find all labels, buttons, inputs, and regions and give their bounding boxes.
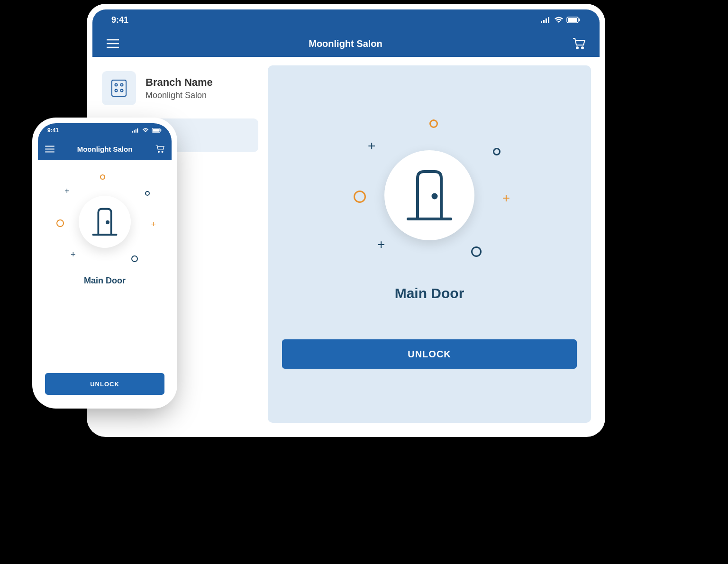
svg-point-14 bbox=[121, 84, 123, 86]
svg-point-29 bbox=[158, 151, 160, 153]
cart-icon bbox=[155, 145, 164, 153]
svg-point-10 bbox=[576, 47, 578, 49]
decoration-ring-icon bbox=[56, 219, 64, 227]
svg-rect-22 bbox=[137, 128, 138, 133]
menu-button[interactable] bbox=[107, 39, 119, 48]
signal-icon bbox=[132, 128, 139, 133]
door-visual: + + + bbox=[349, 119, 510, 271]
svg-rect-20 bbox=[134, 130, 135, 133]
decoration-ring-icon bbox=[429, 119, 438, 128]
cart-icon bbox=[572, 37, 585, 50]
decoration-ring-icon bbox=[100, 174, 105, 180]
main-panel: + + + Main Door UNLOCK bbox=[268, 65, 591, 423]
svg-point-18 bbox=[433, 195, 437, 198]
hamburger-icon bbox=[45, 146, 55, 153]
battery-icon bbox=[566, 17, 581, 23]
svg-rect-5 bbox=[568, 18, 577, 22]
decoration-ring-icon bbox=[471, 246, 482, 257]
status-bar: 9:41 bbox=[92, 9, 600, 30]
unlock-button[interactable]: UNLOCK bbox=[282, 339, 577, 369]
svg-rect-19 bbox=[132, 131, 133, 133]
door-name-label: Main Door bbox=[395, 285, 464, 301]
phone-status-bar: 9:41 bbox=[38, 123, 172, 137]
decoration-plus-icon: + bbox=[71, 250, 76, 260]
svg-rect-24 bbox=[153, 129, 159, 132]
phone-body: + + + Main Door UNLOCK bbox=[38, 160, 172, 402]
branch-value: Moonlight Salon bbox=[146, 91, 213, 100]
svg-rect-2 bbox=[546, 18, 547, 23]
app-title: Moonlight Salon bbox=[309, 38, 382, 49]
branch-info: Branch Name Moonlight Salon bbox=[92, 66, 268, 110]
svg-rect-21 bbox=[136, 129, 136, 133]
branch-icon-box bbox=[102, 71, 136, 105]
door-visual: + + + bbox=[53, 174, 157, 269]
decoration-plus-icon: + bbox=[368, 138, 375, 154]
svg-rect-1 bbox=[543, 20, 545, 23]
phone-header: Moonlight Salon bbox=[38, 137, 172, 160]
signal-icon bbox=[541, 17, 551, 23]
unlock-button[interactable]: UNLOCK bbox=[45, 373, 164, 395]
cart-button[interactable] bbox=[155, 145, 164, 153]
svg-rect-0 bbox=[541, 21, 542, 23]
branch-label: Branch Name bbox=[146, 76, 213, 89]
svg-point-15 bbox=[115, 90, 118, 92]
door-circle bbox=[79, 196, 131, 248]
svg-point-30 bbox=[162, 151, 163, 153]
decoration-plus-icon: + bbox=[502, 191, 510, 206]
svg-rect-3 bbox=[548, 17, 549, 23]
status-icons bbox=[132, 128, 162, 133]
phone-device: 9:41 Moonlight Salon + + + Main Door bbox=[38, 123, 172, 403]
svg-point-16 bbox=[121, 90, 123, 92]
svg-point-11 bbox=[582, 47, 583, 49]
branch-text: Branch Name Moonlight Salon bbox=[146, 76, 213, 100]
status-time: 9:41 bbox=[47, 127, 59, 134]
hamburger-icon bbox=[107, 39, 119, 48]
wifi-icon bbox=[142, 128, 149, 133]
decoration-plus-icon: + bbox=[64, 186, 70, 196]
decoration-ring-icon bbox=[493, 148, 500, 155]
building-icon bbox=[111, 79, 127, 97]
wifi-icon bbox=[554, 17, 564, 23]
svg-rect-12 bbox=[112, 80, 126, 96]
svg-point-32 bbox=[107, 221, 109, 223]
door-icon bbox=[91, 206, 119, 237]
menu-button[interactable] bbox=[45, 146, 55, 153]
decoration-ring-icon bbox=[145, 191, 150, 196]
svg-rect-6 bbox=[579, 18, 580, 21]
status-time: 9:41 bbox=[111, 15, 128, 25]
battery-icon bbox=[152, 128, 162, 133]
app-header: Moonlight Salon bbox=[92, 30, 600, 57]
decoration-plus-icon: + bbox=[377, 237, 385, 252]
door-icon bbox=[403, 167, 455, 224]
decoration-ring-icon bbox=[131, 255, 138, 262]
status-icons bbox=[541, 17, 581, 23]
decoration-plus-icon: + bbox=[151, 219, 156, 229]
door-circle bbox=[384, 150, 474, 240]
svg-point-13 bbox=[115, 84, 118, 86]
door-name-label: Main Door bbox=[84, 276, 126, 286]
app-title: Moonlight Salon bbox=[77, 145, 133, 153]
cart-button[interactable] bbox=[572, 37, 585, 50]
svg-rect-25 bbox=[161, 129, 161, 131]
decoration-ring-icon bbox=[354, 191, 366, 203]
